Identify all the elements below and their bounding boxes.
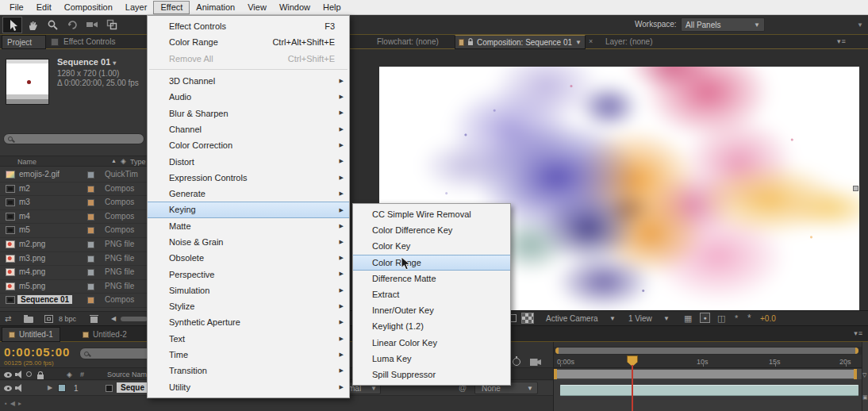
panel-menu-icon[interactable]: ▾≡	[837, 37, 847, 45]
effect-menu-item[interactable]: Channel ▶	[148, 121, 349, 137]
interpret-footage-icon[interactable]: ⇄	[5, 314, 11, 323]
project-file-row[interactable]: emojis-2.gif QuickTim	[0, 168, 151, 182]
view-layout-dropdown[interactable]: 1 View	[628, 314, 652, 323]
tab-flowchart[interactable]: Flowchart: (none)	[377, 37, 439, 46]
effect-menu-item[interactable]: Time ▶	[148, 347, 349, 363]
layer-duration-bar[interactable]	[560, 385, 858, 396]
pan-behind-tool-button[interactable]	[102, 17, 121, 33]
effect-menu-item[interactable]: Color Correction ▶	[148, 137, 349, 153]
effect-menu-item[interactable]: Perspective ▶	[148, 266, 349, 282]
effect-menu-item[interactable]: Effect Controls F3 ▶	[148, 18, 349, 34]
chevron-down-icon[interactable]: ▼	[609, 315, 616, 322]
collapse-arrow-icon[interactable]: ◀	[111, 315, 116, 322]
project-search-input[interactable]	[3, 133, 144, 144]
project-file-row[interactable]: m2.png PNG file	[0, 238, 151, 252]
effect-menu-item[interactable]: Keying ▶	[148, 202, 349, 217]
number-column-icon[interactable]: #	[80, 371, 84, 378]
label-color-swatch[interactable]	[87, 269, 94, 276]
time-ruler[interactable]: 0:00s 10s 15s 20s	[554, 355, 862, 368]
label-color-swatch[interactable]	[87, 199, 94, 206]
menu-bar-item[interactable]: File	[3, 1, 30, 14]
project-file-row[interactable]: m3 Compos	[0, 196, 151, 210]
chevron-down-icon[interactable]: ▼	[575, 39, 582, 46]
menu-bar-item[interactable]: Effect	[153, 1, 190, 14]
motion-blur-icon[interactable]	[530, 359, 541, 366]
label-color-swatch[interactable]	[87, 227, 94, 234]
project-file-row[interactable]: m5.png PNG file	[0, 280, 151, 294]
effect-menu-item[interactable]: Distort ▶	[148, 153, 349, 169]
hand-tool-button[interactable]	[22, 17, 42, 33]
project-file-row[interactable]: Sequence 01 Compos	[0, 294, 151, 308]
label-color-swatch[interactable]	[87, 213, 94, 221]
trash-icon[interactable]	[90, 317, 98, 323]
effect-menu-item[interactable]: Color Range Ctrl+Alt+Shift+E ▶	[148, 34, 349, 50]
chevron-down-icon[interactable]: ▼	[663, 315, 670, 322]
label-color-swatch[interactable]	[87, 297, 94, 304]
menu-bar-item[interactable]: Window	[273, 1, 317, 14]
effect-menu-item[interactable]: ▶	[148, 67, 349, 73]
label-color-swatch[interactable]	[87, 255, 94, 263]
workspace-dropdown[interactable]: All Panels ▼	[681, 17, 765, 32]
close-icon[interactable]: ×	[589, 37, 593, 45]
keying-submenu-item[interactable]: Color Key	[353, 238, 510, 254]
transparency-grid-icon[interactable]	[521, 313, 534, 324]
effect-menu-item[interactable]: Audio ▶	[148, 89, 349, 105]
keying-submenu-item[interactable]: Spill Suppressor	[353, 367, 510, 382]
project-file-row[interactable]: m2 Compos	[0, 182, 151, 197]
comp-button-icon[interactable]: ▣	[862, 394, 868, 401]
selection-tool-button[interactable]	[2, 17, 22, 33]
fast-previews-icon[interactable]: *	[735, 313, 738, 323]
layer-audio-icon[interactable]	[15, 384, 22, 392]
comp-marker-icon[interactable]: ▽	[862, 372, 866, 378]
layer-name[interactable]: Seque	[117, 382, 148, 393]
effect-menu-item[interactable]: Matte ▶	[148, 218, 349, 234]
layer-selection-handle[interactable]	[853, 186, 858, 191]
tab-untitled-1[interactable]: Untitled-1	[2, 327, 60, 342]
new-folder-icon[interactable]	[24, 317, 33, 323]
keying-submenu-item[interactable]: CC Simple Wire Removal	[353, 206, 510, 222]
column-header-name[interactable]: Name	[17, 158, 36, 166]
effect-menu-item[interactable]: Blur & Sharpen ▶	[148, 105, 349, 121]
solo-icon[interactable]	[26, 371, 32, 377]
new-composition-icon[interactable]	[44, 315, 53, 323]
tab-layer[interactable]: Layer: (none)	[605, 37, 652, 46]
current-time-icon[interactable]: ●	[700, 313, 710, 323]
graph-editor-icon[interactable]	[513, 358, 520, 366]
zoom-tool-button[interactable]	[42, 17, 62, 33]
camera-view-dropdown[interactable]: Active Camera	[546, 314, 598, 323]
effect-menu-item[interactable]: Stylize ▶	[148, 298, 349, 314]
menu-bar-item[interactable]: View	[241, 1, 273, 14]
tab-effect-controls[interactable]: Effect Controls	[63, 37, 115, 46]
grid-guides-icon[interactable]: ▦	[684, 313, 692, 324]
keying-submenu-item[interactable]: Extract	[353, 286, 510, 302]
horizontal-scrollbar[interactable]	[121, 317, 148, 321]
menu-bar-item[interactable]: Composition	[58, 1, 119, 14]
keying-submenu-item[interactable]: Color Difference Key	[353, 222, 510, 238]
effect-menu-item[interactable]: Obsolete ▶	[148, 250, 349, 266]
label-color-swatch[interactable]	[87, 283, 94, 290]
effect-menu-item[interactable]: Remove All Ctrl+Shift+E ▶	[148, 51, 349, 67]
label-color-swatch[interactable]	[87, 241, 94, 248]
menu-bar-item[interactable]: Help	[317, 1, 348, 14]
effect-menu-item[interactable]: Generate ▶	[148, 186, 349, 202]
tab-composition[interactable]: Composition: Sequence 01 ▼	[455, 35, 586, 49]
timeline-zoom-scrollbar[interactable]	[555, 348, 858, 354]
label-color-swatch[interactable]	[87, 186, 94, 193]
effect-menu-item[interactable]: Transition ▶	[148, 363, 349, 378]
rotation-tool-button[interactable]	[62, 17, 82, 33]
source-name-column-header[interactable]: Source Name	[107, 371, 151, 378]
chevron-down-icon[interactable]: ▾	[113, 60, 116, 67]
label-column-icon[interactable]: ◈	[121, 157, 126, 165]
timeline-toggle-icons[interactable]: ▪◀▸	[5, 400, 25, 407]
camera-tool-button[interactable]	[82, 17, 102, 33]
video-visibility-icon[interactable]	[4, 372, 12, 378]
layer-visibility-icon[interactable]	[4, 386, 12, 391]
pixel-aspect-icon[interactable]: ◫	[717, 313, 725, 324]
project-file-row[interactable]: m4 Compos	[0, 210, 151, 225]
effect-menu-item[interactable]: Simulation ▶	[148, 282, 349, 298]
project-file-row[interactable]: m5 Compos	[0, 224, 151, 238]
label-color-swatch[interactable]	[87, 171, 94, 179]
keying-submenu-item[interactable]: Difference Matte	[353, 271, 510, 286]
toolbar-overflow-icon[interactable]: ▼	[857, 21, 863, 29]
adjust-exposure-icon[interactable]: *	[747, 313, 751, 324]
